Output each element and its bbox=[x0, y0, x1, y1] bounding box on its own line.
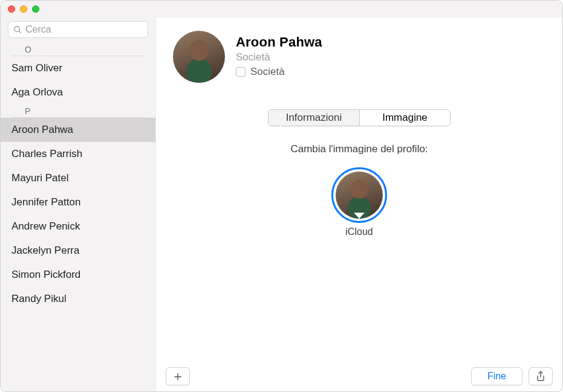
contact-row[interactable]: Randy Pikul bbox=[1, 287, 155, 311]
section-header: O bbox=[11, 43, 146, 56]
contact-row[interactable]: Charles Parrish bbox=[1, 142, 155, 166]
profile-option-label: iCloud bbox=[331, 227, 387, 237]
contact-avatar[interactable] bbox=[173, 31, 225, 83]
search-field[interactable] bbox=[8, 21, 148, 38]
contact-row[interactable]: Aga Orlova bbox=[1, 80, 155, 104]
share-button[interactable] bbox=[529, 367, 553, 385]
share-icon bbox=[536, 371, 545, 382]
profile-option-avatar bbox=[336, 172, 383, 219]
search-input[interactable] bbox=[25, 24, 143, 35]
profile-picture-heading: Cambia l'immagine del profilo: bbox=[156, 143, 562, 155]
contact-row[interactable]: Simon Pickford bbox=[1, 263, 155, 287]
plus-icon: ＋ bbox=[171, 367, 184, 385]
window-close-button[interactable] bbox=[8, 5, 15, 13]
window-minimize-button[interactable] bbox=[20, 5, 27, 13]
chevron-down-icon bbox=[354, 213, 365, 219]
contact-row[interactable]: Aroon Pahwa bbox=[1, 118, 155, 142]
add-button[interactable]: ＋ bbox=[166, 367, 190, 385]
svg-point-0 bbox=[15, 27, 20, 32]
contact-name[interactable]: Aroon Pahwa bbox=[236, 34, 322, 50]
contact-list: OSam OliverAga OrlovaPAroon PahwaCharles… bbox=[1, 43, 155, 391]
company-checkbox[interactable] bbox=[236, 67, 246, 77]
svg-line-1 bbox=[19, 31, 22, 34]
tab-informazioni[interactable]: Informazioni bbox=[268, 110, 359, 126]
section-header: P bbox=[11, 104, 146, 118]
done-button[interactable]: Fine bbox=[471, 367, 522, 385]
contact-row[interactable]: Mayuri Patel bbox=[1, 166, 155, 190]
contact-row[interactable]: Jackelyn Perra bbox=[1, 239, 155, 263]
window-zoom-button[interactable] bbox=[32, 5, 39, 13]
contact-row[interactable]: Jennifer Patton bbox=[1, 190, 155, 214]
contact-row[interactable]: Andrew Penick bbox=[1, 214, 155, 239]
contact-row[interactable]: Sam Oliver bbox=[1, 56, 155, 80]
company-placeholder[interactable]: Società bbox=[236, 51, 322, 63]
profile-option-icloud[interactable] bbox=[331, 167, 387, 223]
company-checkbox-label: Società bbox=[250, 66, 285, 78]
search-icon bbox=[13, 25, 22, 34]
card-tab-segmented: Informazioni Immagine bbox=[268, 109, 451, 126]
tab-immagine[interactable]: Immagine bbox=[359, 110, 450, 126]
